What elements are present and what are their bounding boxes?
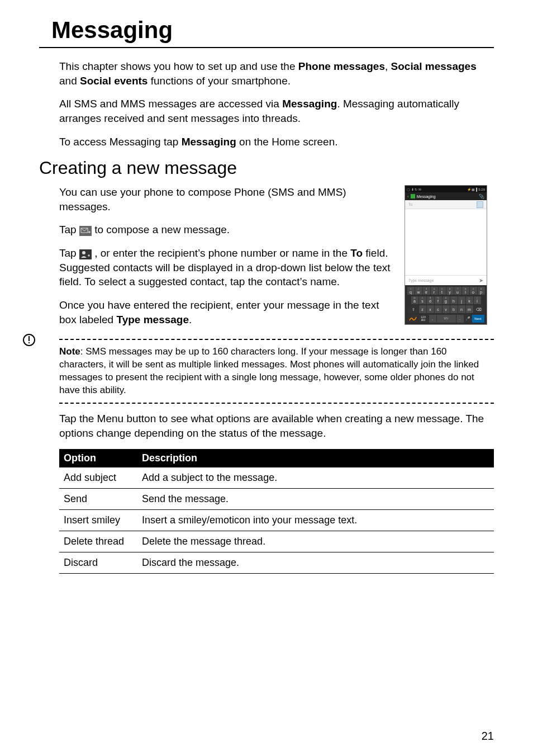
keyboard-key[interactable]: . xyxy=(456,315,464,323)
note-block: Note: SMS messages may be up to 160 char… xyxy=(39,339,494,404)
send-icon[interactable]: ➤ xyxy=(479,277,483,284)
back-icon[interactable]: ‹ xyxy=(407,194,409,199)
text: , xyxy=(385,60,391,72)
keyboard-key[interactable]: m xyxy=(466,305,473,313)
table-cell-option: Delete thread xyxy=(59,531,137,552)
phone-keyboard: 1q2w3e4r5t6y7u8i9o0p @a#s$d%f&g*h-j+k(l … xyxy=(405,285,487,324)
keyboard-key[interactable]: 4r xyxy=(431,287,438,295)
keyboard-key[interactable]: 0p xyxy=(478,287,485,295)
keyboard-row-4: 123abc,EN.🎤Next xyxy=(406,315,486,323)
table-cell-description: Insert a smiley/emoticon into your messa… xyxy=(137,510,494,531)
keyboard-key[interactable]: , xyxy=(429,315,436,323)
keyboard-key[interactable]: 1q xyxy=(407,287,415,295)
keyboard-key[interactable]: 7u xyxy=(454,287,461,295)
attach-icon[interactable]: 📎 xyxy=(479,194,484,199)
table-row: DiscardDiscard the message. xyxy=(59,552,494,574)
status-right: ⚡ ▦ ▌5:29 xyxy=(467,187,485,191)
body: This chapter shows you how to set up and… xyxy=(39,59,494,149)
keyboard-key[interactable]: 123abc xyxy=(418,315,429,323)
keyboard-key[interactable]: c xyxy=(435,305,442,313)
keyboard-key[interactable]: @a xyxy=(411,296,418,304)
compose-message-icon xyxy=(79,225,92,235)
table-row: SendSend the message. xyxy=(59,489,494,510)
keyboard-key[interactable]: -j xyxy=(458,296,465,304)
phone-status-bar: ▢ ⬇ ↻ ✉ ⚡ ▦ ▌5:29 xyxy=(405,186,487,192)
keyboard-key[interactable]: n xyxy=(458,305,465,313)
keyboard-key[interactable]: 5t xyxy=(439,287,446,295)
phone-type-message-field[interactable]: Type message ➤ xyxy=(405,275,487,285)
phone-to-field[interactable]: To xyxy=(405,200,487,209)
note-text: Note: SMS messages may be up to 160 char… xyxy=(59,346,494,397)
options-table: Option Description Add subjectAdd a subj… xyxy=(59,449,494,574)
table-cell-option: Insert smiley xyxy=(59,510,137,531)
text: All SMS and MMS messages are accessed vi… xyxy=(59,98,282,110)
table-cell-description: Send the message. xyxy=(137,489,494,510)
svg-rect-6 xyxy=(79,249,92,259)
svg-rect-12 xyxy=(28,342,30,343)
keyboard-key[interactable]: 6y xyxy=(446,287,454,295)
keyboard-key[interactable]: 3e xyxy=(423,287,430,295)
text: and xyxy=(59,75,80,87)
table-cell-option: Discard xyxy=(59,552,137,574)
phone-screenshot-figure: ▢ ⬇ ↻ ✉ ⚡ ▦ ▌5:29 ‹ Messaging 📎 To Type … xyxy=(404,185,494,325)
keyboard-key[interactable]: &g xyxy=(442,296,450,304)
table-row: Insert smileyInsert a smiley/emoticon in… xyxy=(59,510,494,531)
svg-point-7 xyxy=(82,251,85,254)
keyboard-key[interactable]: (l xyxy=(474,296,481,304)
keyboard-key[interactable]: 2w xyxy=(415,287,422,295)
svg-rect-11 xyxy=(28,336,30,341)
keyboard-key[interactable]: +k xyxy=(466,296,473,304)
messaging-app-icon xyxy=(411,194,415,199)
text: . xyxy=(189,314,192,325)
keyboard-key[interactable]: ⌫ xyxy=(474,305,484,313)
options-intro: Tap the Menu button to see what options … xyxy=(59,412,494,440)
keyboard-key[interactable]: $d xyxy=(427,296,434,304)
text-bold: Phone messages xyxy=(298,60,385,72)
text: functions of your smartphone. xyxy=(147,75,291,87)
page: Messaging This chapter shows you how to … xyxy=(0,0,533,756)
text: , or enter the recipient’s phone number … xyxy=(94,247,350,259)
keyboard-key[interactable]: 🎤 xyxy=(464,315,472,323)
page-title: Messaging xyxy=(39,17,494,48)
contact-picker-icon[interactable] xyxy=(477,201,483,208)
table-header-option: Option xyxy=(59,449,137,467)
keyboard-key[interactable]: 8i xyxy=(462,287,469,295)
keyboard-key[interactable]: 9o xyxy=(470,287,477,295)
keyboard-key[interactable]: %f xyxy=(435,296,442,304)
table-cell-description: Discard the message. xyxy=(137,552,494,574)
section-heading-creating: Creating a new message xyxy=(39,158,494,178)
status-left-icons: ▢ ⬇ ↻ ✉ xyxy=(407,187,421,191)
text: This chapter shows you how to set up and… xyxy=(59,60,298,72)
intro-paragraph-3: To access Messaging tap Messaging on the… xyxy=(59,135,494,149)
keyboard-key[interactable]: *h xyxy=(450,296,458,304)
note-alert-icon xyxy=(22,333,36,349)
intro-paragraph-1: This chapter shows you how to set up and… xyxy=(59,59,494,88)
note-label: Note xyxy=(59,346,80,357)
keyboard-key[interactable]: ⇧ xyxy=(408,305,418,313)
keyboard-key[interactable]: z xyxy=(419,305,426,313)
keyboard-key[interactable]: x xyxy=(427,305,434,313)
text: Tap xyxy=(59,224,79,235)
table-cell-description: Add a subject to the message. xyxy=(137,467,494,489)
table-cell-option: Add subject xyxy=(59,467,137,489)
keyboard-key[interactable]: b xyxy=(450,305,458,313)
keyboard-key[interactable]: EN xyxy=(437,315,456,323)
keyboard-key[interactable]: Next xyxy=(472,315,484,323)
keyboard-row-3: ⇧zxcvbnm⌫ xyxy=(406,305,486,313)
text: To access Messaging tap xyxy=(59,136,182,148)
text-bold: Messaging xyxy=(282,98,337,110)
table-cell-option: Send xyxy=(59,489,137,510)
keyboard-swype-key[interactable] xyxy=(408,315,418,323)
table-header-description: Description xyxy=(137,449,494,467)
app-bar-title: Messaging xyxy=(417,195,479,199)
keyboard-key[interactable]: v xyxy=(442,305,450,313)
note-body: : SMS messages may be up to 160 characte… xyxy=(59,346,479,395)
text: Tap xyxy=(59,247,79,259)
text: Once you have entered the recipient, ent… xyxy=(59,299,379,325)
text: to compose a new message. xyxy=(94,224,230,235)
table-row: Add subjectAdd a subject to the message. xyxy=(59,467,494,489)
keyboard-row-1: 1q2w3e4r5t6y7u8i9o0p xyxy=(406,287,486,295)
text-bold: Messaging xyxy=(182,136,236,148)
keyboard-key[interactable]: #s xyxy=(419,296,426,304)
phone-screenshot: ▢ ⬇ ↻ ✉ ⚡ ▦ ▌5:29 ‹ Messaging 📎 To Type … xyxy=(404,185,487,325)
